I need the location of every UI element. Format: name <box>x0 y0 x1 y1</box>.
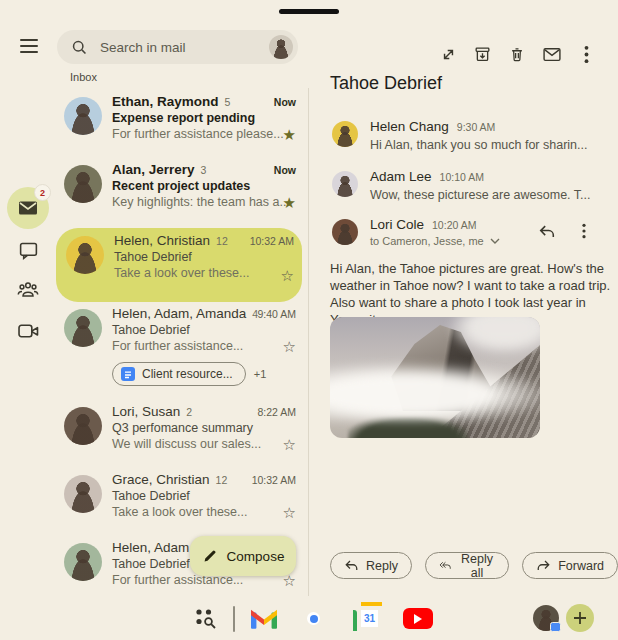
email-snippet: Take a look over these... <box>114 266 242 280</box>
open-in-full-icon[interactable] <box>437 43 459 65</box>
mail-icon <box>17 199 39 217</box>
photo-fog <box>450 317 540 355</box>
pencil-icon <box>202 548 218 564</box>
youtube-app-icon[interactable] <box>403 608 433 629</box>
plus-icon <box>573 611 587 625</box>
avatar[interactable] <box>66 236 104 274</box>
avatar[interactable] <box>64 543 102 581</box>
taskbar: 31 <box>0 600 618 640</box>
sender-names: Alan, Jerrery3 <box>112 162 244 177</box>
search-bar[interactable]: Search in mail <box>57 30 298 64</box>
email-snippet: Take a look over these... <box>112 505 244 519</box>
taskbar-account-avatar[interactable] <box>533 605 559 631</box>
message-snippet: Hi Alan, thank you so much for sharin... <box>370 138 598 152</box>
video-camera-icon <box>17 322 40 340</box>
email-list-item[interactable]: Lori, Susan2 Q3 perfomance summary We wi… <box>56 404 304 468</box>
email-subject: Recent project updates <box>112 179 244 193</box>
forward-button[interactable]: Forward <box>522 552 618 579</box>
email-time: Now <box>274 96 296 108</box>
message-sender: Adam Lee <box>370 169 432 184</box>
menu-icon[interactable] <box>20 39 38 53</box>
avatar[interactable] <box>64 475 102 513</box>
archive-icon[interactable] <box>472 43 494 65</box>
sender-names: Lori, Susan2 <box>112 404 244 419</box>
reply-button[interactable]: Reply <box>330 552 412 579</box>
reply-icon[interactable] <box>538 224 556 239</box>
avatar[interactable] <box>64 407 102 445</box>
compose-button[interactable]: Compose <box>190 536 296 576</box>
email-list-item[interactable]: Alan, Jerrery3 Recent project updates Ke… <box>56 162 304 226</box>
yosemite-photo-attachment[interactable] <box>330 317 540 438</box>
email-list-item[interactable]: Grace, Christian12 Tahoe Debrief Take a … <box>56 472 304 536</box>
message-more-icon[interactable] <box>582 223 586 239</box>
thread-title: Tahoe Debrief <box>330 73 442 94</box>
email-time: Now <box>274 164 296 176</box>
sender-names: Ethan, Raymond5 <box>112 94 244 109</box>
star-icon[interactable]: ★ <box>283 195 296 210</box>
reply-icon <box>344 559 359 572</box>
unread-badge: 2 <box>34 184 51 201</box>
sender-names: Grace, Christian12 <box>112 472 244 487</box>
message-collapsed[interactable]: Helen Chang9:30 AM Hi Alan, thank you so… <box>330 119 598 152</box>
nav-item-chat[interactable] <box>7 229 49 271</box>
app-drawer-search-icon[interactable] <box>193 606 218 631</box>
message-snippet: Wow, these picturese are awesome. T... <box>370 188 598 202</box>
new-window-plus-button[interactable] <box>566 604 594 632</box>
sender-names: Helen, Christian12 <box>114 233 242 248</box>
star-icon[interactable]: ☆ <box>283 505 296 520</box>
reply-all-icon <box>439 559 452 572</box>
delete-icon[interactable] <box>506 43 528 65</box>
account-avatar[interactable] <box>269 35 293 59</box>
reply-all-button[interactable]: Reply all <box>425 552 509 579</box>
sender-names: Helen, Adam, Amanda4 <box>112 306 244 321</box>
email-snippet: For further assistance please... <box>112 127 244 141</box>
window-drag-handle[interactable] <box>279 9 339 14</box>
message-sender: Lori Cole <box>370 217 424 232</box>
star-icon[interactable]: ☆ <box>283 437 296 452</box>
nav-item-meet[interactable] <box>7 310 49 352</box>
message-sender: Helen Chang <box>370 119 449 134</box>
email-list-item[interactable]: Ethan, Raymond5 Expense report pending F… <box>56 94 304 158</box>
message-time: 9:30 AM <box>457 121 496 133</box>
message-time: 10:20 AM <box>432 219 476 231</box>
attachment-extra-count: +1 <box>254 368 267 380</box>
gmail-app-icon[interactable] <box>251 609 277 629</box>
avatar[interactable] <box>332 171 358 197</box>
star-icon[interactable]: ☆ <box>281 268 294 283</box>
email-subject: Tahoe Debrief <box>112 323 244 337</box>
email-time: 10:32 AM <box>250 235 294 247</box>
chevron-down-icon <box>490 238 500 244</box>
star-icon[interactable]: ★ <box>283 127 296 142</box>
avatar[interactable] <box>64 165 102 203</box>
avatar[interactable] <box>332 121 358 147</box>
status-badge <box>550 622 561 632</box>
email-list-item-selected[interactable]: Helen, Christian12 Tahoe Debrief Take a … <box>56 228 302 302</box>
chat-icon <box>18 240 39 261</box>
forward-icon <box>536 559 551 572</box>
avatar[interactable] <box>64 97 102 135</box>
email-subject: Tahoe Debrief <box>114 250 242 264</box>
pane-divider <box>308 88 309 596</box>
message-collapsed[interactable]: Adam Lee10:10 AM Wow, these picturese ar… <box>330 169 598 202</box>
spaces-icon <box>16 279 40 301</box>
photo-fog <box>330 363 540 421</box>
star-icon[interactable]: ☆ <box>283 339 296 354</box>
search-icon <box>71 39 88 56</box>
email-snippet: For further assistance... <box>112 339 244 353</box>
inbox-section-label: Inbox <box>70 71 97 83</box>
email-time: 8:22 AM <box>257 406 296 418</box>
attachment-chip[interactable]: Client resource... <box>112 362 246 386</box>
message-expanded-header[interactable]: Lori Cole10:20 AM to Cameron, Jesse, me <box>330 217 598 247</box>
nav-item-mail[interactable]: 2 <box>7 187 49 229</box>
document-icon <box>121 367 135 381</box>
email-time: 10:32 AM <box>252 474 296 486</box>
email-list-item[interactable]: Helen, Adam, Amanda4 Tahoe Debrief For f… <box>56 306 304 398</box>
message-time: 10:10 AM <box>440 171 484 183</box>
taskbar-divider <box>233 606 235 632</box>
avatar[interactable] <box>64 309 102 347</box>
avatar[interactable] <box>332 219 358 245</box>
nav-item-spaces[interactable] <box>7 269 49 311</box>
mark-unread-icon[interactable] <box>541 43 563 65</box>
more-options-icon[interactable] <box>575 43 597 65</box>
search-placeholder: Search in mail <box>100 40 269 55</box>
